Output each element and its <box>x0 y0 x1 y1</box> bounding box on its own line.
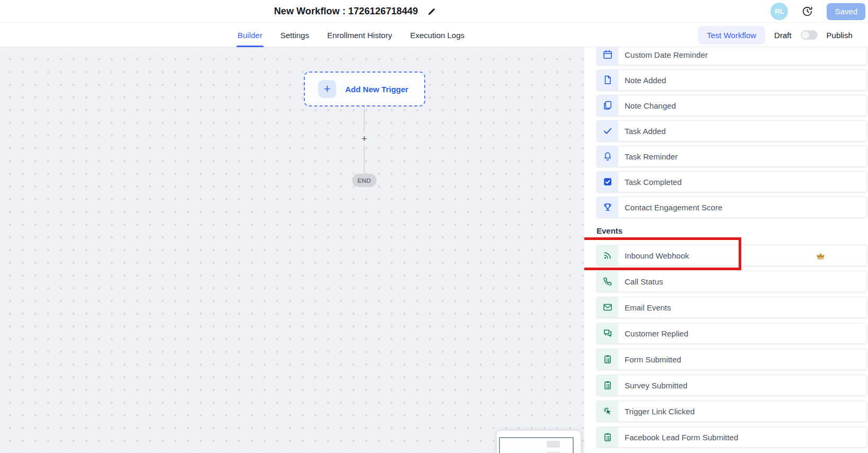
tab-bar: Builder Settings Enrollment History Exec… <box>0 23 868 47</box>
trigger-item-trigger-link-clicked[interactable]: Trigger Link Clicked <box>597 401 867 422</box>
workflow-title-wrap: New Workflow : 1726126718449 <box>0 0 711 23</box>
trigger-item-label: Form Submitted <box>625 355 681 364</box>
workflow-canvas[interactable]: + Add New Trigger + END <box>0 47 584 453</box>
trigger-item-note-added[interactable]: Note Added <box>597 69 867 91</box>
minimap[interactable] <box>497 431 581 453</box>
tab-builder[interactable]: Builder <box>238 23 262 47</box>
plus-icon: + <box>318 80 336 98</box>
trigger-item-survey-submitted[interactable]: Survey Submitted <box>597 375 867 396</box>
cursor-click-icon <box>597 401 618 421</box>
trigger-item-task-reminder[interactable]: Task Reminder <box>597 146 867 167</box>
trigger-item-note-changed[interactable]: Note Changed <box>597 95 867 116</box>
chat-reply-icon <box>597 323 618 343</box>
clipboard-icon <box>597 375 618 395</box>
trigger-item-email-events[interactable]: Email Events <box>597 297 867 318</box>
trigger-item-label: Custom Date Reminder <box>625 50 708 59</box>
workflow-builder-app: New Workflow : 1726126718449 RL Saved Bu… <box>0 0 868 453</box>
trigger-item-label: Note Added <box>625 76 666 85</box>
minimap-node <box>547 441 560 448</box>
minimap-viewport <box>499 437 574 453</box>
check-icon <box>597 121 618 141</box>
trigger-item-customer-replied[interactable]: Customer Replied <box>597 323 867 344</box>
trigger-item-facebook-lead-form-submitted[interactable]: Facebook Lead Form Submitted <box>597 427 867 448</box>
header-actions: RL Saved <box>770 0 865 23</box>
trigger-item-contact-engagement-score[interactable]: Contact Engagement Score <box>597 197 867 218</box>
tabs: Builder Settings Enrollment History Exec… <box>238 23 464 47</box>
pencil-icon[interactable] <box>427 7 436 16</box>
bell-icon <box>597 146 618 166</box>
trigger-item-label: Task Added <box>625 127 666 136</box>
calendar-icon <box>597 47 618 65</box>
clipboard-icon <box>597 349 618 369</box>
tab-settings[interactable]: Settings <box>280 23 309 47</box>
trigger-item-inbound-webhook[interactable]: Inbound Webhook <box>597 245 867 266</box>
draft-label: Draft <box>774 31 792 40</box>
trigger-item-label: Customer Replied <box>625 329 688 338</box>
webhook-icon <box>597 245 618 265</box>
avatar[interactable]: RL <box>770 3 788 20</box>
note-copy-icon <box>597 95 618 116</box>
publish-label: Publish <box>827 31 853 40</box>
trigger-item-label: Survey Submitted <box>625 381 687 390</box>
page-title: New Workflow : 1726126718449 <box>274 6 418 17</box>
trigger-item-custom-date-reminder[interactable]: Custom Date Reminder <box>597 47 867 65</box>
trigger-section: EventsInbound WebhookCall StatusEmail Ev… <box>597 226 867 448</box>
trigger-item-label: Call Status <box>625 277 663 286</box>
trigger-section: Custom Date ReminderNote AddedNote Chang… <box>597 47 867 218</box>
trigger-item-call-status[interactable]: Call Status <box>597 271 867 292</box>
trigger-list: Custom Date ReminderNote AddedNote Chang… <box>584 47 868 448</box>
trigger-item-label: Task Reminder <box>625 152 678 161</box>
add-step-plus-icon[interactable]: + <box>358 133 370 145</box>
trigger-item-label: Trigger Link Clicked <box>625 407 695 416</box>
add-new-trigger-label: Add New Trigger <box>345 85 408 94</box>
trigger-item-task-completed[interactable]: Task Completed <box>597 171 867 192</box>
crown-icon <box>816 251 826 261</box>
trigger-item-label: Contact Engagement Score <box>625 203 722 212</box>
test-workflow-button[interactable]: Test Workflow <box>698 26 765 45</box>
tab-execution-logs[interactable]: Execution Logs <box>410 23 464 47</box>
clipboard-icon <box>597 427 618 447</box>
header: New Workflow : 1726126718449 RL Saved <box>0 0 868 23</box>
trigger-item-label: Note Changed <box>625 101 676 110</box>
trigger-item-label: Task Completed <box>625 177 682 186</box>
saved-button[interactable]: Saved <box>827 3 865 20</box>
tab-actions: Test Workflow Draft Publish <box>698 23 853 47</box>
trophy-icon <box>597 197 618 217</box>
envelope-icon <box>597 297 618 317</box>
trigger-item-label: Email Events <box>625 303 671 312</box>
trigger-panel: Custom Date ReminderNote AddedNote Chang… <box>584 47 868 453</box>
phone-icon <box>597 271 618 291</box>
trigger-item-task-added[interactable]: Task Added <box>597 120 867 141</box>
note-icon <box>597 70 618 90</box>
checkbox-checked-icon <box>597 172 618 192</box>
publish-toggle[interactable] <box>801 30 818 40</box>
trigger-item-label: Inbound Webhook <box>625 251 689 260</box>
trigger-item-form-submitted[interactable]: Form Submitted <box>597 349 867 370</box>
toggle-knob <box>802 31 809 39</box>
end-node: END <box>352 174 376 187</box>
trigger-item-label: Facebook Lead Form Submitted <box>625 433 738 442</box>
section-heading: Events <box>597 226 867 235</box>
add-new-trigger-button[interactable]: + Add New Trigger <box>304 72 425 106</box>
history-clock-icon[interactable] <box>801 5 813 17</box>
tab-enrollment-history[interactable]: Enrollment History <box>327 23 392 47</box>
